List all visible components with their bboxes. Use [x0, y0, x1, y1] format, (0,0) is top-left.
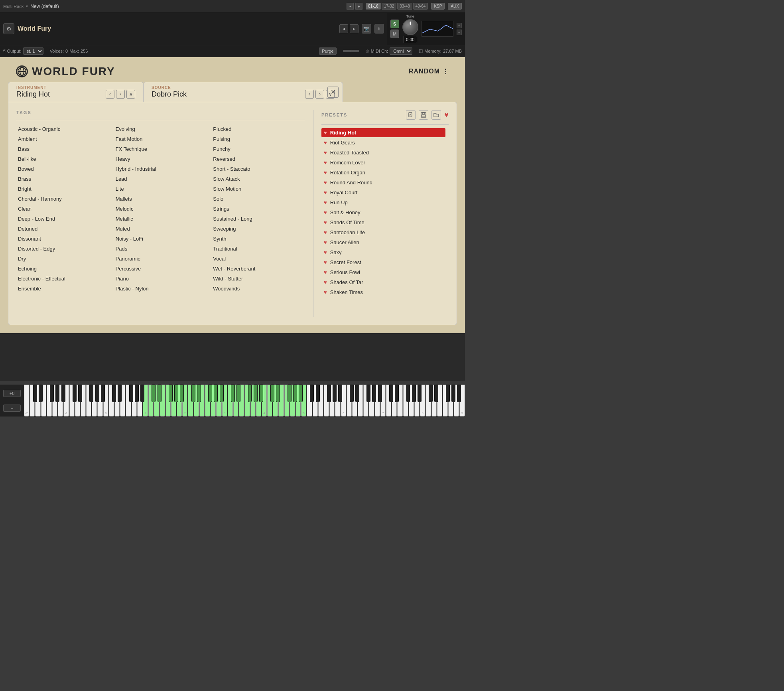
tag-item[interactable]: Evolving: [114, 125, 208, 133]
new-preset-btn[interactable]: [406, 110, 416, 120]
black-key[interactable]: [254, 385, 258, 402]
tag-item[interactable]: Solo: [211, 195, 305, 203]
tag-item[interactable]: Wild - Stutter: [211, 274, 305, 283]
black-key[interactable]: [389, 385, 393, 402]
tag-item[interactable]: Plucked: [211, 125, 305, 133]
instrument-up-btn[interactable]: ∧: [126, 90, 135, 99]
piano-plus-btn[interactable]: +0: [3, 390, 21, 397]
black-key[interactable]: [158, 385, 162, 402]
preset-item[interactable]: ♥Rotation Organ: [321, 168, 445, 177]
tag-item[interactable]: Dissonant: [16, 235, 110, 243]
black-key[interactable]: [366, 385, 370, 402]
tag-item[interactable]: Vocal: [211, 255, 305, 263]
white-key[interactable]: -2: [24, 385, 29, 417]
tag-item[interactable]: Plastic - Nylon: [114, 284, 208, 293]
output-select[interactable]: st. 1: [23, 47, 43, 55]
source-close-btn[interactable]: ✕: [327, 87, 339, 98]
tag-item[interactable]: Strings: [211, 205, 305, 213]
tag-item[interactable]: Noisy - LoFi: [114, 235, 208, 243]
preset-item[interactable]: ♥Salt & Honey: [321, 208, 445, 217]
tag-item[interactable]: FX Technique: [114, 145, 208, 153]
black-key[interactable]: [338, 385, 342, 402]
tag-item[interactable]: Clean: [16, 205, 110, 213]
tag-item[interactable]: Mallets: [114, 195, 208, 203]
black-key[interactable]: [293, 385, 297, 402]
tag-item[interactable]: Hybrid - Industrial: [114, 165, 208, 173]
tag-item[interactable]: Piano: [114, 274, 208, 283]
tag-item[interactable]: Bass: [16, 145, 110, 153]
instrument-next-btn[interactable]: ›: [116, 90, 125, 99]
preset-item[interactable]: ♥Riding Hot: [321, 128, 445, 137]
channel-49-64-btn[interactable]: 49-64: [413, 3, 428, 10]
black-key[interactable]: [270, 385, 274, 402]
preset-item[interactable]: ♥Saxy: [321, 248, 445, 257]
black-key[interactable]: [446, 385, 450, 402]
tag-item[interactable]: Ambient: [16, 135, 110, 143]
preset-item[interactable]: ♥Romcom Lover: [321, 158, 445, 167]
plus-btn[interactable]: +: [457, 23, 462, 28]
preset-item[interactable]: ♥Round And Round: [321, 178, 445, 187]
black-key[interactable]: [78, 385, 82, 402]
inst-next-btn[interactable]: ▸: [350, 24, 359, 33]
preset-item[interactable]: ♥Roasted Toasted: [321, 148, 445, 157]
black-key[interactable]: [174, 385, 178, 402]
save-preset-btn[interactable]: [419, 110, 428, 120]
tag-item[interactable]: Acoustic - Organic: [16, 125, 110, 133]
black-key[interactable]: [135, 385, 139, 402]
preset-item[interactable]: ♥Saucer Alien: [321, 238, 445, 247]
preset-item[interactable]: ♥Santoorian Life: [321, 228, 445, 237]
preset-item[interactable]: ♥Serious Fowl: [321, 268, 445, 277]
preset-item[interactable]: ♥Secret Forest: [321, 258, 445, 267]
instrument-prev-btn[interactable]: ‹: [106, 90, 114, 99]
tag-item[interactable]: Fast Motion: [114, 135, 208, 143]
black-key[interactable]: [152, 385, 156, 402]
black-key[interactable]: [39, 385, 43, 402]
black-key[interactable]: [276, 385, 280, 402]
info-btn[interactable]: ℹ: [374, 24, 384, 34]
black-key[interactable]: [395, 385, 399, 402]
black-key[interactable]: [412, 385, 416, 402]
black-key[interactable]: [451, 385, 455, 402]
tag-item[interactable]: Electronic - Effectual: [16, 274, 110, 283]
black-key[interactable]: [259, 385, 263, 402]
tag-item[interactable]: Slow Motion: [211, 185, 305, 193]
black-key[interactable]: [327, 385, 331, 402]
preset-item[interactable]: ♥Run Up: [321, 198, 445, 207]
black-key[interactable]: [118, 385, 122, 402]
black-key[interactable]: [236, 385, 240, 402]
tag-item[interactable]: Lite: [114, 185, 208, 193]
black-key[interactable]: [248, 385, 252, 402]
source-next-btn[interactable]: ›: [315, 90, 324, 99]
purge-btn[interactable]: Purge: [319, 47, 336, 55]
favorites-heart-btn[interactable]: ♥: [444, 111, 449, 119]
black-key[interactable]: [299, 385, 303, 402]
tag-item[interactable]: Percussive: [114, 265, 208, 273]
tag-item[interactable]: Muted: [114, 225, 208, 233]
tag-item[interactable]: Sweeping: [211, 225, 305, 233]
tag-item[interactable]: Dry: [16, 255, 110, 263]
black-key[interactable]: [191, 385, 195, 402]
tag-item[interactable]: Echoing: [16, 265, 110, 273]
tag-item[interactable]: Bell-like: [16, 155, 110, 163]
black-key[interactable]: [350, 385, 354, 402]
black-key[interactable]: [197, 385, 201, 402]
black-key[interactable]: [418, 385, 422, 402]
source-prev-btn[interactable]: ‹: [305, 90, 314, 99]
black-key[interactable]: [180, 385, 184, 402]
tag-item[interactable]: Bright: [16, 185, 110, 193]
channel-01-16-btn[interactable]: 01-16: [366, 3, 381, 10]
black-key[interactable]: [95, 385, 99, 402]
piano-minus-btn[interactable]: −: [3, 405, 21, 412]
black-key[interactable]: [333, 385, 337, 402]
channel-33-48-btn[interactable]: 33-48: [397, 3, 412, 10]
s-btn[interactable]: S: [390, 20, 399, 28]
folder-btn[interactable]: [431, 110, 441, 120]
black-key[interactable]: [288, 385, 292, 402]
preset-item[interactable]: ♥Shades Of Tar: [321, 278, 445, 287]
tag-item[interactable]: Deep - Low End: [16, 215, 110, 223]
preset-item[interactable]: ♥Shaken Times: [321, 288, 445, 297]
black-key[interactable]: [316, 385, 320, 402]
midi-select[interactable]: Omni: [390, 47, 412, 55]
tag-item[interactable]: Ensemble: [16, 284, 110, 293]
random-btn[interactable]: RANDOM ⋮: [409, 68, 449, 75]
